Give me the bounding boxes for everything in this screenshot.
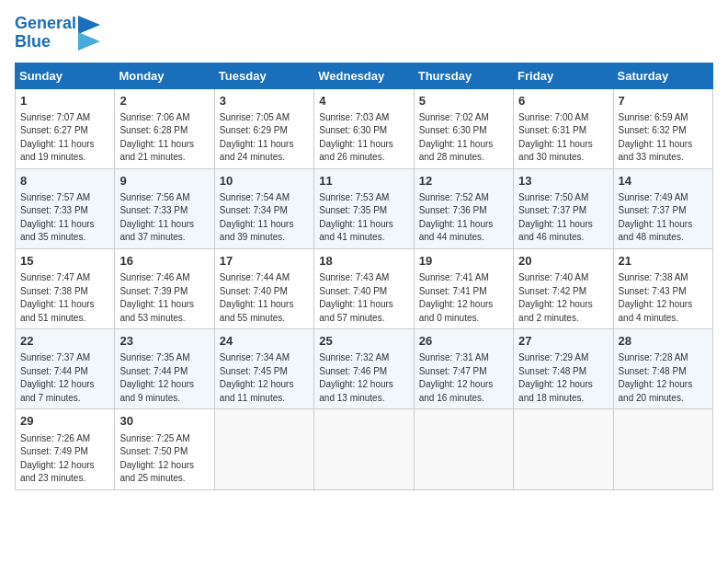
day-info: Sunrise: 7:32 AM Sunset: 7:46 PM Dayligh… (319, 351, 408, 405)
logo-blue: Blue (15, 32, 51, 51)
day-number: 22 (20, 333, 109, 350)
calendar-cell: 18Sunrise: 7:43 AM Sunset: 7:40 PM Dayli… (314, 248, 414, 328)
calendar-cell (514, 409, 613, 489)
calendar-cell: 7Sunrise: 6:59 AM Sunset: 6:32 PM Daylig… (613, 88, 712, 168)
calendar-cell: 3Sunrise: 7:05 AM Sunset: 6:29 PM Daylig… (214, 88, 313, 168)
calendar-cell: 16Sunrise: 7:46 AM Sunset: 7:39 PM Dayli… (115, 248, 214, 328)
calendar-cell (314, 409, 414, 489)
calendar-cell: 15Sunrise: 7:47 AM Sunset: 7:38 PM Dayli… (16, 248, 115, 328)
page-header: General Blue (15, 15, 713, 52)
day-info: Sunrise: 7:46 AM Sunset: 7:39 PM Dayligh… (119, 271, 209, 325)
day-info: Sunrise: 7:05 AM Sunset: 6:29 PM Dayligh… (220, 111, 309, 165)
calendar-cell: 11Sunrise: 7:53 AM Sunset: 7:35 PM Dayli… (314, 168, 414, 248)
day-info: Sunrise: 7:28 AM Sunset: 7:48 PM Dayligh… (619, 351, 708, 405)
svg-marker-1 (78, 32, 100, 51)
day-number: 6 (518, 93, 608, 109)
calendar-cell: 1Sunrise: 7:07 AM Sunset: 6:27 PM Daylig… (16, 88, 115, 168)
day-info: Sunrise: 7:37 AM Sunset: 7:44 PM Dayligh… (20, 351, 109, 405)
calendar-table: SundayMondayTuesdayWednesdayThursdayFrid… (15, 63, 713, 490)
calendar-week-row: 8Sunrise: 7:57 AM Sunset: 7:33 PM Daylig… (16, 168, 713, 248)
calendar-cell: 12Sunrise: 7:52 AM Sunset: 7:36 PM Dayli… (414, 168, 513, 248)
day-number: 13 (518, 173, 608, 190)
calendar-cell: 28Sunrise: 7:28 AM Sunset: 7:48 PM Dayli… (613, 329, 712, 409)
day-info: Sunrise: 7:31 AM Sunset: 7:47 PM Dayligh… (419, 351, 508, 405)
day-info: Sunrise: 7:47 AM Sunset: 7:38 PM Dayligh… (20, 271, 109, 325)
day-info: Sunrise: 7:40 AM Sunset: 7:42 PM Dayligh… (518, 271, 608, 325)
weekday-header-saturday: Saturday (613, 63, 712, 88)
day-number: 29 (20, 413, 109, 430)
calendar-cell (214, 409, 313, 489)
weekday-header-wednesday: Wednesday (314, 63, 414, 88)
calendar-cell: 29Sunrise: 7:26 AM Sunset: 7:49 PM Dayli… (16, 409, 115, 489)
weekday-header-thursday: Thursday (414, 63, 513, 88)
calendar-cell: 23Sunrise: 7:35 AM Sunset: 7:44 PM Dayli… (115, 329, 214, 409)
day-info: Sunrise: 7:26 AM Sunset: 7:49 PM Dayligh… (20, 432, 109, 486)
calendar-cell (414, 409, 513, 489)
day-info: Sunrise: 7:53 AM Sunset: 7:35 PM Dayligh… (319, 191, 408, 245)
day-info: Sunrise: 7:02 AM Sunset: 6:30 PM Dayligh… (419, 111, 508, 165)
day-number: 21 (619, 253, 708, 270)
calendar-cell: 20Sunrise: 7:40 AM Sunset: 7:42 PM Dayli… (514, 248, 613, 328)
day-number: 26 (419, 333, 508, 350)
day-info: Sunrise: 7:44 AM Sunset: 7:40 PM Dayligh… (220, 271, 309, 325)
day-number: 1 (20, 93, 109, 109)
day-number: 18 (319, 253, 408, 270)
day-info: Sunrise: 7:57 AM Sunset: 7:33 PM Dayligh… (20, 191, 109, 245)
calendar-cell: 27Sunrise: 7:29 AM Sunset: 7:48 PM Dayli… (514, 329, 613, 409)
day-number: 23 (119, 333, 209, 350)
weekday-header-monday: Monday (115, 63, 214, 88)
logo-text: General (15, 15, 76, 33)
weekday-header-friday: Friday (514, 63, 613, 88)
day-info: Sunrise: 7:54 AM Sunset: 7:34 PM Dayligh… (220, 191, 309, 245)
weekday-header-row: SundayMondayTuesdayWednesdayThursdayFrid… (16, 63, 713, 88)
weekday-header-sunday: Sunday (16, 63, 115, 88)
calendar-cell: 19Sunrise: 7:41 AM Sunset: 7:41 PM Dayli… (414, 248, 513, 328)
calendar-week-row: 22Sunrise: 7:37 AM Sunset: 7:44 PM Dayli… (16, 329, 713, 409)
calendar-cell: 26Sunrise: 7:31 AM Sunset: 7:47 PM Dayli… (414, 329, 513, 409)
day-info: Sunrise: 7:50 AM Sunset: 7:37 PM Dayligh… (518, 191, 608, 245)
day-info: Sunrise: 7:07 AM Sunset: 6:27 PM Dayligh… (20, 111, 109, 165)
day-info: Sunrise: 7:41 AM Sunset: 7:41 PM Dayligh… (419, 271, 508, 325)
calendar-cell: 30Sunrise: 7:25 AM Sunset: 7:50 PM Dayli… (115, 409, 214, 489)
day-number: 24 (220, 333, 309, 350)
day-info: Sunrise: 7:52 AM Sunset: 7:36 PM Dayligh… (419, 191, 508, 245)
day-number: 27 (518, 333, 608, 350)
calendar-cell: 21Sunrise: 7:38 AM Sunset: 7:43 PM Dayli… (613, 248, 712, 328)
day-number: 12 (419, 173, 508, 190)
calendar-week-row: 1Sunrise: 7:07 AM Sunset: 6:27 PM Daylig… (16, 88, 713, 168)
day-number: 9 (119, 173, 209, 190)
calendar-cell: 2Sunrise: 7:06 AM Sunset: 6:28 PM Daylig… (115, 88, 214, 168)
day-info: Sunrise: 7:35 AM Sunset: 7:44 PM Dayligh… (119, 351, 209, 405)
logo: General Blue (15, 15, 108, 52)
day-number: 11 (319, 173, 408, 190)
calendar-cell: 17Sunrise: 7:44 AM Sunset: 7:40 PM Dayli… (214, 248, 313, 328)
day-number: 19 (419, 253, 508, 270)
calendar-cell: 24Sunrise: 7:34 AM Sunset: 7:45 PM Dayli… (214, 329, 313, 409)
day-info: Sunrise: 7:34 AM Sunset: 7:45 PM Dayligh… (220, 351, 309, 405)
day-info: Sunrise: 6:59 AM Sunset: 6:32 PM Dayligh… (619, 111, 708, 165)
day-number: 17 (220, 253, 309, 270)
day-info: Sunrise: 7:43 AM Sunset: 7:40 PM Dayligh… (319, 271, 408, 325)
calendar-cell: 8Sunrise: 7:57 AM Sunset: 7:33 PM Daylig… (16, 168, 115, 248)
calendar-cell: 10Sunrise: 7:54 AM Sunset: 7:34 PM Dayli… (214, 168, 313, 248)
day-number: 20 (518, 253, 608, 270)
day-number: 4 (319, 93, 408, 109)
day-number: 16 (119, 253, 209, 270)
calendar-cell: 9Sunrise: 7:56 AM Sunset: 7:33 PM Daylig… (115, 168, 214, 248)
weekday-header-tuesday: Tuesday (214, 63, 313, 88)
day-number: 5 (419, 93, 508, 109)
day-number: 10 (220, 173, 309, 190)
calendar-cell: 25Sunrise: 7:32 AM Sunset: 7:46 PM Dayli… (314, 329, 414, 409)
day-number: 8 (20, 173, 109, 190)
day-info: Sunrise: 7:56 AM Sunset: 7:33 PM Dayligh… (119, 191, 209, 245)
day-number: 25 (319, 333, 408, 350)
calendar-cell: 13Sunrise: 7:50 AM Sunset: 7:37 PM Dayli… (514, 168, 613, 248)
calendar-week-row: 15Sunrise: 7:47 AM Sunset: 7:38 PM Dayli… (16, 248, 713, 328)
logo-general: General (15, 14, 76, 32)
day-info: Sunrise: 7:49 AM Sunset: 7:37 PM Dayligh… (619, 191, 708, 245)
day-number: 15 (20, 253, 109, 270)
day-info: Sunrise: 7:29 AM Sunset: 7:48 PM Dayligh… (518, 351, 608, 405)
day-info: Sunrise: 7:25 AM Sunset: 7:50 PM Dayligh… (119, 432, 209, 486)
calendar-cell: 6Sunrise: 7:00 AM Sunset: 6:31 PM Daylig… (514, 88, 613, 168)
day-number: 7 (619, 93, 708, 109)
